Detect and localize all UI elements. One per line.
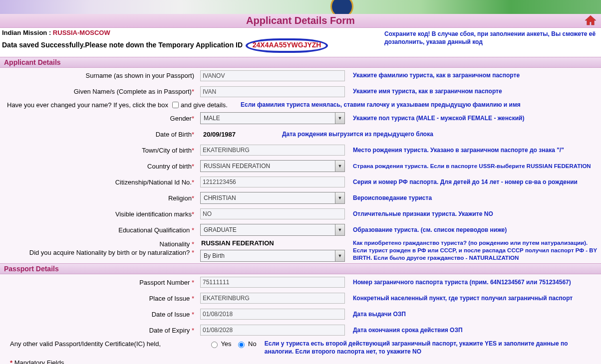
mission-label: Indian Mission : [2,29,51,36]
label-town: Town/City of birth [142,147,192,154]
label-gender: Gender [170,115,192,122]
other-passport-yes-radio[interactable] [211,342,218,348]
label-other-passport: Any other valid Passport/Identity Certif… [10,340,210,348]
hint-nationality-acquired: Как приобретено гражданство туриста? (по… [347,239,601,262]
row-other-passport: Any other valid Passport/Identity Certif… [0,338,601,358]
hint-date-of-expiry: Дата окончания срока действия ОЗП [347,327,601,335]
row-country-of-birth: Country of birth* RUSSIAN FEDERATION ▼ С… [0,158,601,174]
given-name-input[interactable] [200,86,345,97]
label-education: Educational Qualification [118,226,190,234]
row-education: Educational Qualification * GRADUATE ▼ О… [0,222,601,238]
label-no: No [248,340,257,348]
saved-message: Data saved Successfully.Please note down… [2,41,243,49]
hint-gender: Укажите пол туриста (MALE - мужской FEMA… [347,115,601,123]
changed-name-checkbox[interactable] [172,102,179,108]
label-date-of-issue: Date of Issue [152,311,190,318]
place-of-issue-input[interactable] [200,293,345,304]
country-of-birth-value: RUSSIAN FEDERATION [204,163,270,170]
chevron-down-icon: ▼ [335,250,344,261]
label-yes: Yes [221,340,231,348]
label-marks: Visible identification marks [115,210,192,218]
row-changed-name: Have you ever changed your name? If yes,… [0,100,601,111]
saved-line: Data saved Successfully.Please note down… [0,37,601,57]
hint-given-name: Укажите имя туриста, как в заграничном п… [347,88,601,96]
hint-national-id: Серия и номер РФ паспорта. Для детей до … [347,179,601,186]
section-applicant-details: Applicant Details [0,57,601,68]
education-value: GRADUATE [204,226,237,233]
row-national-id: Citizenship/National Id No.* Серия и ном… [0,174,601,190]
passport-number-input[interactable] [200,277,345,288]
hint-changed-name: Если фамилия туриста менялась, ставим га… [238,101,599,109]
label-national-id: Citizenship/National Id No. [115,179,192,186]
hint-surname: Укажите фамилию туриста, как в заграничн… [347,72,601,80]
row-date-of-issue: Date of Issue * Дата выдачи ОЗП [0,306,601,322]
marks-input[interactable] [200,208,345,219]
chevron-down-icon: ▼ [335,224,344,235]
row-dob: Date of Birth* 20/09/1987 Дата рождения … [0,126,601,142]
education-select[interactable]: GRADUATE ▼ [200,224,345,236]
label-nationality: Nationality [160,240,190,248]
national-id-input[interactable] [200,177,345,187]
hint-town: Место рождения туриста. Указано в загран… [347,147,601,155]
hint-date-of-issue: Дата выдачи ОЗП [347,311,601,319]
row-marks: Visible identification marks* Отличитель… [0,206,601,222]
label-place-of-issue: Place of Issue [149,295,190,302]
label-nationality-acquired: Did you acquire Nationality by birth or … [29,249,190,256]
label-surname: Surname (as shown in your Passport) [0,72,197,79]
chevron-down-icon: ▼ [335,113,344,124]
chevron-down-icon: ▼ [335,192,344,203]
nationality-acquired-value: By Birth [204,252,225,259]
home-icon[interactable] [585,15,596,25]
label-country-of-birth: Country of birth [147,163,192,170]
row-town: Town/City of birth* Место рождения турис… [0,142,601,158]
hint-education: Образование туриста. (см. список перевод… [347,226,601,234]
app-id-highlight: 24X4AA55YWGJYZH [246,38,328,53]
religion-value: CHRISTIAN [204,194,236,201]
row-given-name: Given Name/s (Complete as in Passport)* … [0,84,601,100]
svg-marker-0 [585,15,596,25]
row-nationality: Nationality * Did you acquire Nationalit… [0,238,601,263]
hint-passport-number: Номер заграничного паспорта туриста (при… [347,279,601,287]
hint-place-of-issue: Конкретный населенный пункт, где турист … [347,295,601,303]
other-passport-no-radio[interactable] [238,342,245,348]
chevron-down-icon: ▼ [335,161,344,172]
title-bar: Applicant Details Form [0,14,601,28]
hint-marks: Отличительные признаки туриста. Укажите … [347,210,601,218]
row-religion: Religion* CHRISTIAN ▼ Вероисповедание ту… [0,190,601,206]
label-changed-name: Have you ever changed your name? If yes,… [2,101,168,109]
page-title: Applicant Details Form [0,15,601,26]
label-dob: Date of Birth [156,131,192,138]
row-gender: Gender* MALE ▼ Укажите пол туриста (MALE… [0,110,601,126]
row-passport-number: Passport Number * Номер заграничного пас… [0,274,601,290]
gender-value: MALE [204,115,220,122]
mandatory-note: * Mandatory Fields [0,358,601,364]
religion-select[interactable]: CHRISTIAN ▼ [200,192,345,204]
label-mandatory: Mandatory Fields [14,359,64,364]
label-religion: Religion [168,194,192,202]
section-passport-details: Passport Details [0,263,601,274]
date-of-issue-input[interactable] [200,309,345,320]
label-given-name: Given Name/s (Complete as in Passport) [74,88,192,95]
date-of-expiry-input[interactable] [200,325,345,336]
nationality-value: RUSSIAN FEDERATION [200,239,347,250]
top-banner [0,0,601,14]
nationality-acquired-select[interactable]: By Birth ▼ [200,250,345,262]
gender-select[interactable]: MALE ▼ [200,112,345,124]
label-give-details: and give details. [181,101,228,109]
row-surname: Surname (as shown in your Passport) Укаж… [0,68,601,84]
mission-value: RUSSIA-MOSCOW [53,29,110,36]
country-of-birth-select[interactable]: RUSSIAN FEDERATION ▼ [200,160,345,172]
hint-religion: Вероисповедание туриста [347,194,601,202]
dob-value: 20/09/1987 [200,131,236,138]
label-passport-number: Passport Number [139,279,190,286]
town-input[interactable] [200,145,345,156]
row-place-of-issue: Place of Issue * Конкретный населенный п… [0,290,601,306]
hint-country-of-birth: Страна рождения туриста. Если в паспорте… [347,163,601,170]
application-id: 24X4AA55YWGJYZH [253,41,321,49]
save-code-hint: Сохраните код! В случае сбоя, при заполн… [384,30,599,46]
hint-dob: Дата рождения выгрузится из предыдущего … [282,131,601,139]
row-date-of-expiry: Date of Expiry * Дата окончания срока де… [0,322,601,338]
hint-other-passport: Если у туриста есть второй действующий з… [262,340,598,356]
label-date-of-expiry: Date of Expiry [149,327,190,334]
surname-input[interactable] [200,70,345,81]
